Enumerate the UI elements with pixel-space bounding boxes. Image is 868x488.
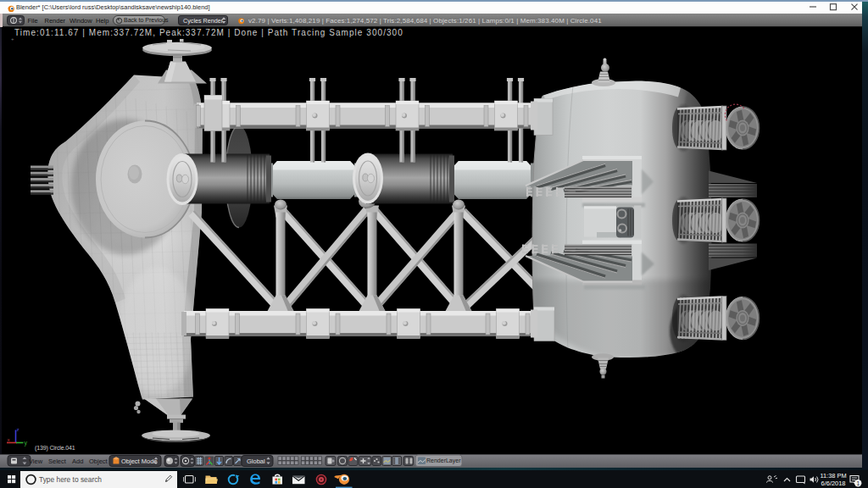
svg-text:x: x <box>8 437 10 442</box>
svg-text:z: z <box>17 427 19 432</box>
svg-text:1: 1 <box>856 480 860 485</box>
svg-text:y: y <box>25 440 28 446</box>
